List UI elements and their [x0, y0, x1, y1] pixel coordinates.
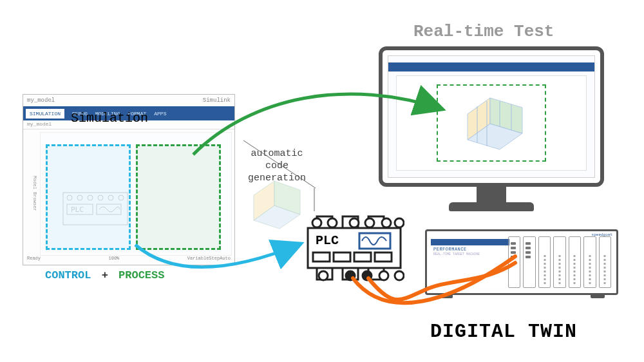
window-side-label: Model Browser	[23, 131, 37, 256]
chassis-slot	[553, 236, 565, 288]
svg-rect-23	[354, 252, 371, 262]
status-zoom: 100%	[108, 256, 119, 263]
plus-sign: +	[102, 269, 108, 281]
monitor-base	[449, 202, 534, 211]
svg-rect-13	[97, 204, 121, 214]
chassis-slot	[523, 236, 535, 288]
svg-point-8	[98, 195, 103, 200]
svg-point-9	[108, 195, 113, 200]
svg-rect-22	[334, 252, 350, 262]
svg-point-17	[350, 218, 359, 227]
codegen-line2: code	[248, 160, 306, 173]
chassis-brand-label: PERFORMANCE	[433, 247, 467, 252]
chassis-slot	[508, 236, 520, 288]
monitor-frame	[379, 46, 604, 187]
svg-point-25	[346, 271, 355, 280]
window-title-right: Simulink	[203, 97, 231, 104]
svg-point-7	[88, 195, 93, 200]
tab-apps[interactable]: APPS	[154, 111, 166, 117]
monitor-neck	[477, 187, 506, 204]
svg-text:PLC: PLC	[71, 205, 84, 214]
svg-point-27	[319, 271, 328, 280]
svg-point-10	[118, 195, 124, 200]
monitor-screen	[388, 55, 595, 178]
svg-point-5	[67, 195, 72, 200]
tab-simulation[interactable]: SIMULATION	[26, 109, 64, 119]
chassis-brand-bar	[431, 239, 509, 245]
plc-device	[304, 213, 404, 283]
svg-point-6	[77, 195, 82, 200]
control-plus-process-label: CONTROL + PROCESS	[45, 269, 164, 281]
chassis-slot	[569, 236, 581, 288]
codegen-line1: automatic	[248, 148, 306, 160]
chassis-foot	[439, 294, 453, 298]
svg-point-20	[395, 218, 404, 227]
status-ready: Ready	[27, 256, 41, 263]
svg-point-26	[363, 271, 372, 280]
control-word: CONTROL	[45, 269, 91, 281]
svg-point-16	[328, 218, 337, 227]
plc-label: PLC	[316, 233, 339, 248]
svg-point-19	[382, 218, 391, 227]
codegen-label: automatic code generation	[248, 148, 306, 184]
codegen-line3: generation	[248, 173, 306, 185]
control-subsystem-box: PLC	[46, 144, 131, 250]
plc-mini-graphic: PLC	[62, 191, 129, 226]
monitor-app-ribbon	[388, 62, 594, 71]
chassis-slot	[583, 236, 596, 288]
process-subsystem-box	[136, 144, 221, 250]
chassis-foot	[591, 294, 605, 298]
window-title-left: my_model	[27, 97, 55, 104]
monitor-process-box	[437, 84, 546, 162]
digital-twin-label: DIGITAL TWIN	[430, 321, 577, 343]
chassis-slots	[508, 236, 611, 288]
svg-rect-24	[375, 252, 392, 262]
realtime-target-chassis: PERFORMANCE REAL-TIME TARGET MACHINE spe…	[425, 229, 618, 295]
window-titlebar: my_model Simulink	[23, 95, 234, 106]
monitor-cube-graphic	[448, 88, 538, 159]
monitor-canvas	[396, 75, 587, 171]
window-canvas: PLC	[40, 132, 232, 256]
process-word: PROCESS	[118, 269, 164, 281]
chassis-slot	[599, 236, 611, 288]
chassis-subtitle: REAL-TIME TARGET MACHINE	[433, 252, 480, 256]
realtime-test-title: Real-time Test	[413, 22, 554, 41]
svg-point-29	[395, 271, 404, 280]
monitor	[379, 46, 604, 223]
svg-point-15	[312, 218, 321, 227]
svg-rect-21	[313, 252, 330, 262]
chassis-slot	[538, 236, 551, 288]
window-statusbar: Ready 100% VariableStepAuto	[23, 256, 234, 263]
simulation-label: Simulation	[71, 111, 148, 126]
svg-point-28	[379, 271, 388, 280]
svg-point-18	[365, 218, 374, 227]
status-solver: VariableStepAuto	[187, 256, 231, 263]
